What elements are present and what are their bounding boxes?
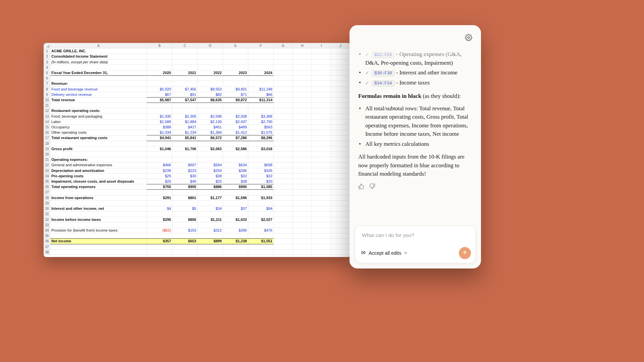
cell-J10[interactable] [331, 98, 350, 103]
cell-F32[interactable]: $2,027 [248, 217, 274, 223]
cell-J34[interactable] [331, 228, 350, 233]
cell-E28[interactable]: $1,596 [223, 195, 248, 201]
cell-H18[interactable] [293, 141, 312, 146]
row-header-37[interactable]: 37 [44, 244, 50, 250]
cell-H34[interactable] [293, 228, 312, 233]
cell-F12[interactable] [248, 108, 274, 114]
cell-D2[interactable] [198, 54, 223, 59]
cell-C34[interactable]: $153 [172, 228, 198, 233]
cell-J19[interactable] [331, 146, 350, 152]
cell-J11[interactable] [331, 103, 350, 108]
cell-G5[interactable] [274, 70, 293, 76]
cell-I19[interactable] [312, 146, 331, 152]
cell-I5[interactable] [312, 70, 331, 76]
cell-C8[interactable]: $7,456 [172, 87, 198, 92]
cell-B23[interactable]: $239 [147, 168, 172, 174]
cell-H5[interactable] [293, 70, 312, 76]
cell-I7[interactable] [312, 81, 331, 86]
cell-C35[interactable] [172, 233, 198, 239]
send-button[interactable] [459, 247, 471, 259]
cell-E20[interactable] [223, 152, 248, 157]
cell-G23[interactable] [274, 168, 293, 174]
cell-D26[interactable]: $886 [198, 184, 223, 190]
cell-I15[interactable] [312, 125, 331, 130]
cell-F8[interactable]: $11,248 [248, 87, 274, 92]
cell-A27[interactable] [50, 190, 147, 195]
cell-E15[interactable]: $499 [223, 125, 248, 130]
cell-C23[interactable]: $223 [172, 168, 198, 174]
row-header-30[interactable]: 30 [44, 206, 50, 212]
cell-J28[interactable] [331, 195, 350, 201]
cell-I36[interactable] [312, 239, 331, 244]
cell-B11[interactable] [147, 103, 172, 108]
cell-H20[interactable] [293, 152, 312, 157]
cell-J36[interactable] [331, 239, 350, 244]
row-header-5[interactable]: 5 [44, 70, 50, 76]
cell-C26[interactable]: $905 [172, 184, 198, 190]
cell-J24[interactable] [331, 174, 350, 179]
cell-H12[interactable] [293, 108, 312, 114]
row-header-18[interactable]: 18 [44, 141, 50, 146]
cell-J15[interactable] [331, 125, 350, 130]
cell-F2[interactable] [248, 54, 274, 59]
cell-E13[interactable]: $2,938 [223, 114, 248, 119]
cell-B15[interactable]: $388 [147, 125, 172, 130]
cell-F33[interactable] [248, 223, 274, 228]
cell-B14[interactable]: $1,589 [147, 119, 172, 125]
cell-I30[interactable] [312, 206, 331, 212]
cell-J7[interactable] [331, 81, 350, 86]
column-header-A[interactable]: A [50, 43, 147, 49]
cell-J14[interactable] [331, 119, 350, 125]
cell-B6[interactable] [147, 76, 172, 81]
cell-E36[interactable]: $1,238 [223, 239, 248, 244]
cell-B28[interactable]: $291 [147, 195, 172, 201]
cell-G37[interactable] [274, 244, 293, 250]
cell-F34[interactable]: $476 [248, 228, 274, 233]
cell-I13[interactable] [312, 114, 331, 119]
cell-D1[interactable] [198, 49, 223, 54]
cell-D16[interactable]: $1,384 [198, 130, 223, 135]
cell-D38[interactable] [198, 250, 223, 255]
row-header-31[interactable]: 31 [44, 212, 50, 217]
cell-A38[interactable] [50, 250, 147, 255]
column-header-H[interactable]: H [293, 43, 312, 49]
cell-I10[interactable] [312, 98, 331, 103]
cell-I20[interactable] [312, 152, 331, 157]
cell-C18[interactable] [172, 141, 198, 146]
cell-F14[interactable]: $2,790 [248, 119, 274, 125]
cell-D27[interactable] [198, 190, 223, 195]
cell-C6[interactable] [172, 76, 198, 81]
cell-B37[interactable] [147, 244, 172, 250]
cell-G7[interactable] [274, 81, 293, 86]
cell-D37[interactable] [198, 244, 223, 250]
cell-D3[interactable] [198, 60, 223, 65]
cell-B3[interactable] [147, 60, 172, 65]
cell-A35[interactable] [50, 233, 147, 239]
cell-H2[interactable] [293, 54, 312, 59]
cell-A20[interactable] [50, 152, 147, 157]
cell-C31[interactable] [172, 212, 198, 217]
cell-I14[interactable] [312, 119, 331, 125]
cell-D24[interactable]: $38 [198, 174, 223, 179]
cell-D12[interactable] [198, 108, 223, 114]
cell-G9[interactable] [274, 92, 293, 98]
cell-H36[interactable] [293, 239, 312, 244]
cell-E32[interactable]: $1,633 [223, 217, 248, 223]
cell-B13[interactable]: $1,930 [147, 114, 172, 119]
cell-G15[interactable] [274, 125, 293, 130]
cell-E27[interactable] [223, 190, 248, 195]
cell-E14[interactable]: $2,437 [223, 119, 248, 125]
cell-G21[interactable] [274, 157, 293, 163]
cell-E19[interactable]: $2,586 [223, 146, 248, 152]
thumbs-up-icon[interactable] [358, 183, 364, 189]
cell-J18[interactable] [331, 141, 350, 146]
cell-I38[interactable] [312, 250, 331, 255]
cell-H31[interactable] [293, 212, 312, 217]
cell-D17[interactable]: $6,572 [198, 135, 223, 141]
cell-J21[interactable] [331, 157, 350, 163]
cell-H35[interactable] [293, 233, 312, 239]
cell-F20[interactable] [248, 152, 274, 157]
cell-B30[interactable]: $4 [147, 206, 172, 212]
cell-I6[interactable] [312, 76, 331, 81]
cell-C15[interactable]: $417 [172, 125, 198, 130]
